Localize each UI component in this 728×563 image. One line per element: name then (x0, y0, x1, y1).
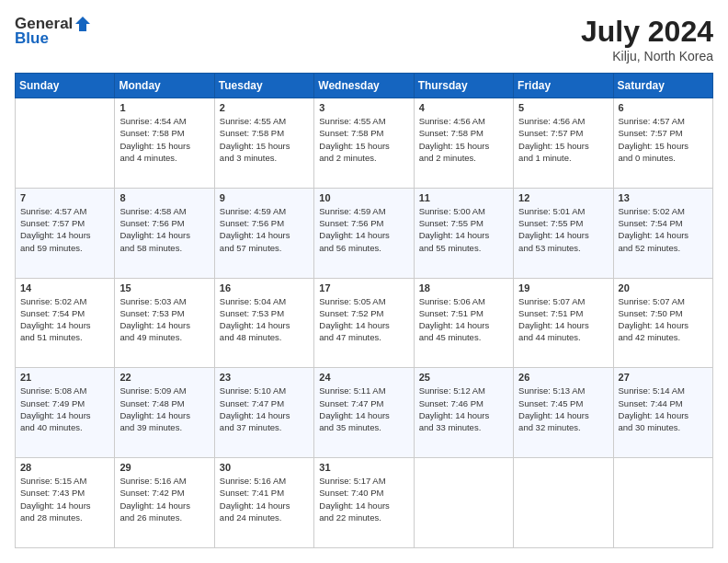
day-number: 9 (220, 192, 309, 203)
day-number: 11 (419, 192, 508, 203)
calendar-cell: 12Sunrise: 5:01 AMSunset: 7:55 PMDayligh… (514, 188, 613, 278)
day-number: 8 (119, 192, 209, 203)
day-number: 21 (20, 372, 109, 383)
col-sunday: Sunday (16, 74, 115, 98)
day-info: Sunrise: 4:55 AMSunset: 7:58 PMDaylight:… (319, 115, 408, 164)
day-number: 19 (518, 282, 608, 293)
calendar-week-1: 1Sunrise: 4:54 AMSunset: 7:58 PMDaylight… (16, 98, 713, 189)
day-info: Sunrise: 5:04 AMSunset: 7:53 PMDaylight:… (220, 295, 309, 344)
calendar-cell: 1Sunrise: 4:54 AMSunset: 7:58 PMDaylight… (115, 98, 214, 189)
calendar-cell: 13Sunrise: 5:02 AMSunset: 7:54 PMDayligh… (613, 188, 712, 278)
calendar-cell: 2Sunrise: 4:55 AMSunset: 7:58 PMDaylight… (214, 98, 313, 189)
day-number: 18 (419, 282, 508, 293)
calendar-table: Sunday Monday Tuesday Wednesday Thursday… (15, 73, 713, 548)
calendar-cell: 30Sunrise: 5:16 AMSunset: 7:41 PMDayligh… (214, 458, 313, 548)
day-info: Sunrise: 5:16 AMSunset: 7:41 PMDaylight:… (220, 475, 309, 523)
day-number: 23 (220, 372, 309, 383)
calendar-cell: 9Sunrise: 4:59 AMSunset: 7:56 PMDaylight… (214, 188, 313, 278)
day-number: 12 (518, 192, 608, 203)
calendar-cell: 28Sunrise: 5:15 AMSunset: 7:43 PMDayligh… (16, 458, 115, 548)
calendar-cell: 26Sunrise: 5:13 AMSunset: 7:45 PMDayligh… (514, 368, 613, 458)
logo: General Blue (15, 15, 93, 48)
calendar-cell: 23Sunrise: 5:10 AMSunset: 7:47 PMDayligh… (214, 368, 313, 458)
day-number: 25 (419, 372, 508, 383)
calendar-week-3: 14Sunrise: 5:02 AMSunset: 7:54 PMDayligh… (16, 278, 713, 368)
day-number: 10 (319, 192, 408, 203)
day-info: Sunrise: 4:59 AMSunset: 7:56 PMDaylight:… (319, 205, 408, 254)
calendar-cell: 15Sunrise: 5:03 AMSunset: 7:53 PMDayligh… (115, 278, 214, 368)
day-number: 30 (220, 462, 309, 473)
day-info: Sunrise: 5:17 AMSunset: 7:40 PMDaylight:… (319, 475, 408, 523)
calendar-cell: 7Sunrise: 4:57 AMSunset: 7:57 PMDaylight… (16, 188, 115, 278)
day-info: Sunrise: 4:56 AMSunset: 7:58 PMDaylight:… (419, 115, 508, 164)
day-number: 17 (319, 282, 408, 293)
calendar-cell: 3Sunrise: 4:55 AMSunset: 7:58 PMDaylight… (314, 98, 414, 189)
day-info: Sunrise: 5:02 AMSunset: 7:54 PMDaylight:… (619, 205, 708, 254)
calendar-cell: 22Sunrise: 5:09 AMSunset: 7:48 PMDayligh… (115, 368, 214, 458)
calendar-cell: 31Sunrise: 5:17 AMSunset: 7:40 PMDayligh… (314, 458, 414, 548)
calendar-cell: 16Sunrise: 5:04 AMSunset: 7:53 PMDayligh… (214, 278, 313, 368)
day-number: 27 (619, 372, 708, 383)
day-info: Sunrise: 5:11 AMSunset: 7:47 PMDaylight:… (319, 385, 408, 433)
day-number: 28 (20, 462, 109, 473)
logo-icon (74, 15, 92, 33)
day-number: 15 (119, 282, 209, 293)
day-info: Sunrise: 5:07 AMSunset: 7:51 PMDaylight:… (518, 295, 608, 344)
calendar-title: July 2024 (581, 15, 713, 49)
day-number: 5 (518, 102, 608, 113)
day-number: 2 (220, 102, 309, 113)
calendar-cell (16, 98, 115, 189)
day-info: Sunrise: 5:09 AMSunset: 7:48 PMDaylight:… (119, 385, 209, 433)
day-info: Sunrise: 5:06 AMSunset: 7:51 PMDaylight:… (419, 295, 508, 344)
day-number: 4 (419, 102, 508, 113)
day-number: 13 (619, 192, 708, 203)
calendar-cell: 5Sunrise: 4:56 AMSunset: 7:57 PMDaylight… (514, 98, 613, 189)
day-info: Sunrise: 4:57 AMSunset: 7:57 PMDaylight:… (619, 115, 708, 164)
day-info: Sunrise: 4:55 AMSunset: 7:58 PMDaylight:… (220, 115, 309, 164)
calendar-cell: 17Sunrise: 5:05 AMSunset: 7:52 PMDayligh… (314, 278, 414, 368)
col-friday: Friday (514, 74, 613, 98)
calendar-cell: 8Sunrise: 4:58 AMSunset: 7:56 PMDaylight… (115, 188, 214, 278)
col-saturday: Saturday (613, 74, 712, 98)
day-number: 3 (319, 102, 408, 113)
calendar-cell: 24Sunrise: 5:11 AMSunset: 7:47 PMDayligh… (314, 368, 414, 458)
day-info: Sunrise: 4:56 AMSunset: 7:57 PMDaylight:… (518, 115, 608, 164)
day-number: 7 (20, 192, 109, 203)
calendar-week-4: 21Sunrise: 5:08 AMSunset: 7:49 PMDayligh… (16, 368, 713, 458)
col-monday: Monday (115, 74, 214, 98)
svg-marker-0 (75, 17, 90, 31)
calendar-cell: 18Sunrise: 5:06 AMSunset: 7:51 PMDayligh… (414, 278, 513, 368)
calendar-cell: 11Sunrise: 5:00 AMSunset: 7:55 PMDayligh… (414, 188, 513, 278)
calendar-cell: 6Sunrise: 4:57 AMSunset: 7:57 PMDaylight… (613, 98, 712, 189)
calendar-cell: 25Sunrise: 5:12 AMSunset: 7:46 PMDayligh… (414, 368, 513, 458)
calendar-cell (613, 458, 712, 548)
day-number: 29 (119, 462, 209, 473)
day-info: Sunrise: 5:14 AMSunset: 7:44 PMDaylight:… (619, 385, 708, 433)
day-info: Sunrise: 5:00 AMSunset: 7:55 PMDaylight:… (419, 205, 508, 254)
calendar-cell (514, 458, 613, 548)
col-thursday: Thursday (414, 74, 513, 98)
calendar-location: Kilju, North Korea (581, 49, 713, 63)
calendar-cell: 14Sunrise: 5:02 AMSunset: 7:54 PMDayligh… (16, 278, 115, 368)
calendar-header-row: Sunday Monday Tuesday Wednesday Thursday… (16, 74, 713, 98)
calendar-week-5: 28Sunrise: 5:15 AMSunset: 7:43 PMDayligh… (16, 458, 713, 548)
day-number: 14 (20, 282, 109, 293)
day-number: 6 (619, 102, 708, 113)
day-info: Sunrise: 4:57 AMSunset: 7:57 PMDaylight:… (20, 205, 109, 254)
day-info: Sunrise: 5:13 AMSunset: 7:45 PMDaylight:… (518, 385, 608, 433)
day-info: Sunrise: 4:58 AMSunset: 7:56 PMDaylight:… (119, 205, 209, 254)
title-block: July 2024 Kilju, North Korea (581, 15, 713, 63)
calendar-cell: 20Sunrise: 5:07 AMSunset: 7:50 PMDayligh… (613, 278, 712, 368)
day-info: Sunrise: 5:07 AMSunset: 7:50 PMDaylight:… (619, 295, 708, 344)
day-info: Sunrise: 5:02 AMSunset: 7:54 PMDaylight:… (20, 295, 109, 344)
day-info: Sunrise: 5:15 AMSunset: 7:43 PMDaylight:… (20, 475, 109, 523)
day-info: Sunrise: 5:08 AMSunset: 7:49 PMDaylight:… (20, 385, 109, 433)
day-info: Sunrise: 4:59 AMSunset: 7:56 PMDaylight:… (220, 205, 309, 254)
day-number: 31 (319, 462, 408, 473)
day-number: 16 (220, 282, 309, 293)
day-number: 1 (119, 102, 209, 113)
logo-blue: Blue (15, 29, 49, 48)
calendar-cell: 10Sunrise: 4:59 AMSunset: 7:56 PMDayligh… (314, 188, 414, 278)
calendar-cell: 19Sunrise: 5:07 AMSunset: 7:51 PMDayligh… (514, 278, 613, 368)
day-info: Sunrise: 5:16 AMSunset: 7:42 PMDaylight:… (119, 475, 209, 523)
